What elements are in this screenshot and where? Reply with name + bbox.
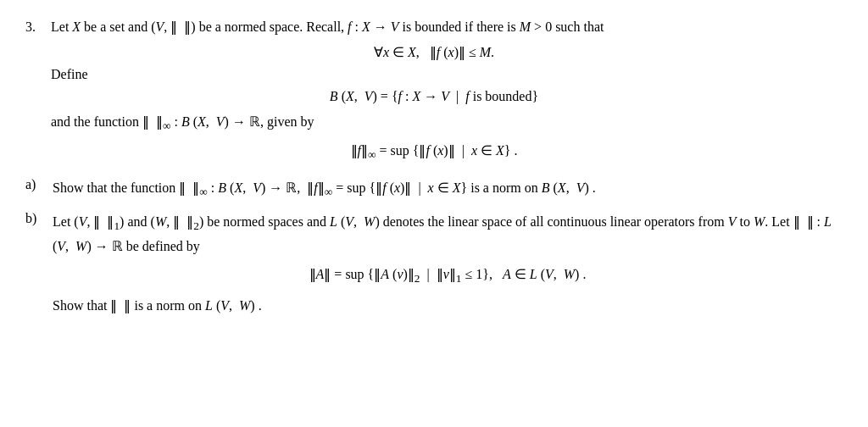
subproblem-b-line1: Let (V, ‖ ‖1) and (W, ‖ ‖2) be normed sp… bbox=[53, 211, 843, 257]
subproblem-b-text: Let (V, ‖ ‖1) and (W, ‖ ‖2) be normed sp… bbox=[53, 211, 843, 316]
function-description: and the function ‖ ‖∞ : B (X, V) → ℝ, gi… bbox=[51, 111, 843, 136]
sup-norm-definition: ‖f‖∞ = sup {‖f (x)‖ | x ∈ X} . bbox=[25, 142, 843, 162]
forall-math: ∀x ∈ X, ‖f (x)‖ ≤ M. bbox=[25, 44, 843, 60]
subproblem-a: a) Show that the function ‖ ‖∞ : B (X, V… bbox=[25, 177, 843, 202]
subproblem-b: b) Let (V, ‖ ‖1) and (W, ‖ ‖2) be normed… bbox=[25, 211, 843, 316]
subproblem-b-line2: Show that ‖ ‖ is a norm on L (V, W) . bbox=[53, 295, 843, 317]
problem-3: 3. Let X be a set and (V, ‖ ‖) be a norm… bbox=[25, 17, 843, 162]
subproblem-a-label: a) bbox=[25, 177, 46, 202]
operator-norm-math: ‖A‖ = sup {‖A (v)‖2 | ‖v‖1 ≤ 1}, A ∈ L (… bbox=[53, 263, 843, 288]
define-label: Define bbox=[51, 67, 843, 82]
subproblems-container: a) Show that the function ‖ ‖∞ : B (X, V… bbox=[25, 177, 843, 317]
subproblem-a-text: Show that the function ‖ ‖∞ : B (X, V) →… bbox=[53, 177, 843, 202]
subproblem-b-label: b) bbox=[25, 211, 46, 316]
problem-intro: Let X be a set and (V, ‖ ‖) be a normed … bbox=[51, 17, 843, 37]
B-definition-math: B (X, V) = {f : X → V | f is bounded} bbox=[25, 89, 843, 104]
problem-number: 3. bbox=[25, 17, 44, 37]
